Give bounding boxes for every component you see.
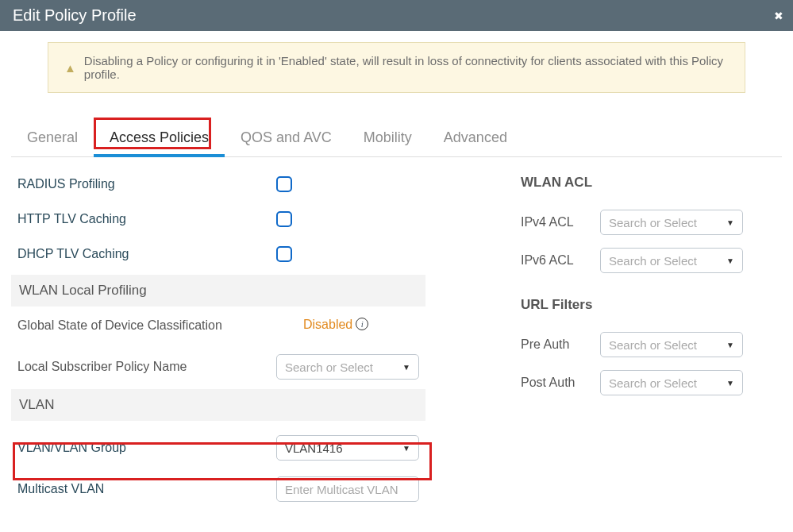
select-placeholder: Search or Select — [609, 216, 697, 229]
chevron-down-icon: ▼ — [726, 341, 734, 349]
select-local-subscriber-policy[interactable]: Search or Select ▼ — [276, 354, 419, 380]
tab-bar: General Access Policies QOS and AVC Mobi… — [11, 125, 782, 157]
select-post-auth[interactable]: Search or Select ▼ — [600, 370, 743, 395]
input-multicast-vlan-placeholder: Enter Multicast VLAN — [285, 483, 398, 496]
modal-header: Edit Policy Profile ✖ — [0, 0, 793, 31]
select-pre-auth[interactable]: Search or Select ▼ — [600, 332, 743, 357]
warning-text: Disabling a Policy or configuring it in … — [84, 54, 729, 81]
select-vlan-group[interactable]: VLAN1416 ▼ — [276, 435, 419, 461]
info-icon[interactable]: i — [356, 318, 368, 330]
select-placeholder: Search or Select — [285, 360, 373, 374]
label-pre-auth: Pre Auth — [521, 337, 600, 352]
chevron-down-icon: ▼ — [726, 256, 734, 265]
checkbox-radius-profiling[interactable] — [276, 176, 292, 192]
tab-qos-avc[interactable]: QOS and AVC — [225, 125, 348, 156]
chevron-down-icon: ▼ — [726, 379, 734, 387]
chevron-down-icon: ▼ — [402, 444, 410, 453]
chevron-down-icon: ▼ — [726, 218, 734, 227]
section-vlan: VLAN — [11, 389, 425, 421]
tab-general[interactable]: General — [11, 125, 94, 156]
tab-mobility[interactable]: Mobility — [348, 125, 428, 156]
chevron-down-icon: ▼ — [402, 363, 410, 372]
label-global-state-device-classification: Global State of Device Classification — [17, 318, 303, 333]
warning-banner: ▲ Disabling a Policy or configuring it i… — [48, 42, 745, 93]
label-radius-profiling: RADIUS Profiling — [17, 177, 276, 191]
label-vlan-group: VLAN/VLAN Group — [17, 441, 276, 455]
checkbox-dhcp-tlv-caching[interactable] — [276, 246, 292, 262]
tab-advanced[interactable]: Advanced — [428, 125, 523, 156]
close-icon[interactable]: ✖ — [774, 10, 783, 22]
select-placeholder: Search or Select — [609, 338, 697, 352]
global-state-value: Disabled — [303, 318, 352, 332]
modal-title: Edit Policy Profile — [13, 6, 137, 25]
section-wlan-acl: WLAN ACL — [521, 167, 782, 203]
label-ipv6-acl: IPv6 ACL — [521, 253, 600, 268]
label-http-tlv-caching: HTTP TLV Caching — [17, 212, 276, 226]
label-multicast-vlan: Multicast VLAN — [17, 482, 276, 496]
warning-icon: ▲ — [64, 61, 76, 75]
label-dhcp-tlv-caching: DHCP TLV Caching — [17, 247, 276, 261]
checkbox-http-tlv-caching[interactable] — [276, 211, 292, 227]
input-multicast-vlan[interactable]: Enter Multicast VLAN — [276, 476, 419, 502]
tab-access-policies[interactable]: Access Policies — [94, 125, 225, 157]
label-post-auth: Post Auth — [521, 376, 600, 390]
select-placeholder: Search or Select — [609, 254, 697, 268]
section-url-filters: URL Filters — [521, 279, 782, 326]
select-ipv6-acl[interactable]: Search or Select ▼ — [600, 248, 743, 273]
section-wlan-local-profiling: WLAN Local Profiling — [11, 275, 425, 306]
select-vlan-group-value: VLAN1416 — [285, 441, 343, 455]
select-placeholder: Search or Select — [609, 376, 697, 390]
select-ipv4-acl[interactable]: Search or Select ▼ — [600, 210, 743, 235]
label-ipv4-acl: IPv4 ACL — [521, 215, 600, 229]
label-local-subscriber-policy: Local Subscriber Policy Name — [17, 360, 276, 374]
